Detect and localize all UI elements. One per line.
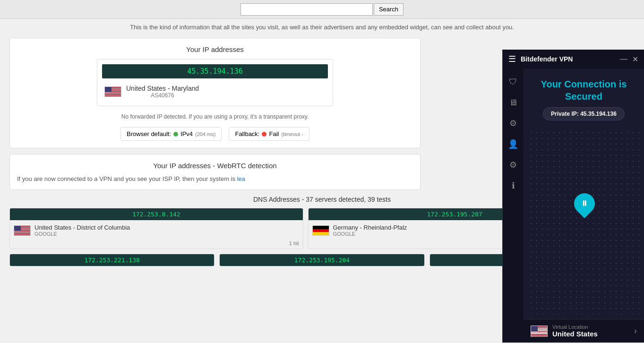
ipv4-label: IPv4 [180, 130, 193, 137]
search-button[interactable]: Search [374, 3, 404, 16]
vpn-private-ip-label: Private IP: [551, 111, 579, 117]
vpn-map-dots [528, 130, 639, 314]
vpn-chevron-icon: › [634, 326, 637, 336]
vpn-gear-icon[interactable]: ⚙ [505, 115, 522, 132]
location-text: United States - Maryland AS40676 [126, 85, 199, 99]
vpn-map: ⏸ [524, 125, 644, 319]
vpn-loc-text: Virtual Location United States [552, 324, 629, 338]
dns-location-text-1: United States - District of Columbia GOO… [34, 224, 130, 237]
dns-bottom-card-2: 172.253.195.204 [219, 254, 424, 266]
vpn-titlebar: ☰ Bitdefender VPN — ✕ [503, 50, 644, 69]
fallback-label: Fallback: [235, 130, 259, 137]
vpn-minimize-button[interactable]: — [620, 55, 627, 64]
webrtc-text-prefix: If you are now connected to a VPN and yo… [17, 175, 235, 182]
ip-address-display: 45.35.194.136 [102, 64, 328, 78]
vpn-pause-icon: ⏸ [581, 199, 588, 208]
dns-card-1: 172.253.8.142 United States - District o… [9, 208, 303, 249]
vpn-window-controls: — ✕ [620, 55, 638, 64]
vpn-body: 🛡 🖥 ⚙ 👤 ⚙ ℹ Your Connection isSecured Pr… [503, 69, 644, 343]
no-proxy-text: No forwarded IP detected. If you are usi… [17, 111, 413, 122]
search-bar: Search [0, 0, 644, 19]
vpn-secured-text: Your Connection isSecured [531, 78, 637, 103]
main-content: This is the kind of information that all… [0, 19, 644, 343]
dns-location-1: United States - District of Columbia GOO… [10, 220, 303, 240]
fallback-detail: (timeout - [281, 131, 303, 137]
vpn-person-icon[interactable]: 👤 [505, 136, 522, 153]
location-as: AS40676 [126, 92, 199, 99]
dns-ip-1: 172.253.8.142 [10, 208, 303, 220]
ipv4-status: (204 ms) [195, 131, 215, 137]
fallback-status: Fail [269, 130, 279, 137]
vpn-status-header: Your Connection isSecured Private IP: 45… [524, 69, 644, 125]
vpn-settings2-icon[interactable]: ⚙ [505, 156, 522, 173]
ip-location: United States - Maryland AS40676 [102, 82, 328, 101]
flag-us-dns1 [14, 225, 31, 236]
ipv4-dot-green [173, 132, 178, 137]
dns-org-1: GOOGLE [34, 231, 130, 237]
vpn-overlay: ☰ Bitdefender VPN — ✕ 🛡 🖥 ⚙ 👤 ⚙ ℹ Your C… [502, 50, 644, 343]
vpn-private-ip-value: 45.35.194.136 [580, 111, 617, 117]
vpn-location-flag [531, 326, 548, 337]
browser-default-row: Browser default: IPv4 (204 ms) Fallback:… [17, 127, 413, 141]
dns-bottom-ip-1: 172.253.221.138 [10, 254, 214, 266]
vpn-location-name: United States [552, 330, 629, 338]
dns-hit-1: 1 hit [10, 240, 303, 249]
browser-default-badge: Browser default: IPv4 (204 ms) [120, 127, 222, 141]
vpn-location-bar[interactable]: Virtual Location United States › [524, 319, 644, 343]
vpn-app-name: Bitdefender VPN [521, 55, 620, 63]
ip-addresses-card: Your IP addresses 45.35.194.136 United S… [9, 38, 421, 148]
dns-org-2: GOOGLE [333, 231, 407, 237]
webrtc-card: Your IP addresses - WebRTC detection If … [9, 154, 421, 190]
ip-card-title: Your IP addresses [17, 45, 413, 53]
vpn-virtual-label: Virtual Location [552, 324, 629, 330]
vpn-monitor-icon[interactable]: 🖥 [505, 94, 522, 111]
webrtc-text: If you are now connected to a VPN and yo… [17, 175, 413, 182]
info-text: This is the kind of information that all… [9, 24, 635, 31]
dns-bottom-ip-2: 172.253.195.204 [220, 254, 424, 266]
vpn-panel: Your Connection isSecured Private IP: 45… [524, 69, 644, 343]
vpn-close-button[interactable]: ✕ [632, 55, 638, 64]
vpn-info-icon[interactable]: ℹ [505, 177, 522, 194]
flag-us-icon [104, 86, 121, 97]
webrtc-title: Your IP addresses - WebRTC detection [17, 162, 413, 170]
dns-country-2: Germany - Rheinland-Pfalz [333, 224, 407, 231]
vpn-menu-icon[interactable]: ☰ [508, 54, 516, 64]
dns-bottom-card-1: 172.253.221.138 [9, 254, 215, 266]
fallback-badge: Fallback: Fail (timeout - [229, 127, 309, 141]
webrtc-link[interactable]: lea [237, 175, 245, 182]
flag-de-dns2 [312, 225, 329, 236]
browser-default-label: Browser default: [127, 130, 171, 137]
location-name: United States - Maryland [126, 85, 199, 92]
fallback-dot-red [262, 132, 266, 137]
vpn-private-ip: Private IP: 45.35.194.136 [543, 107, 625, 120]
search-input[interactable] [240, 3, 373, 16]
ip-box: 45.35.194.136 United States - Maryland A… [97, 59, 333, 106]
vpn-sidebar: 🛡 🖥 ⚙ 👤 ⚙ ℹ [503, 69, 524, 343]
vpn-shield-icon[interactable]: 🛡 [505, 73, 522, 90]
dns-location-text-2: Germany - Rheinland-Pfalz GOOGLE [333, 224, 407, 237]
dns-country-1: United States - District of Columbia [34, 224, 130, 231]
